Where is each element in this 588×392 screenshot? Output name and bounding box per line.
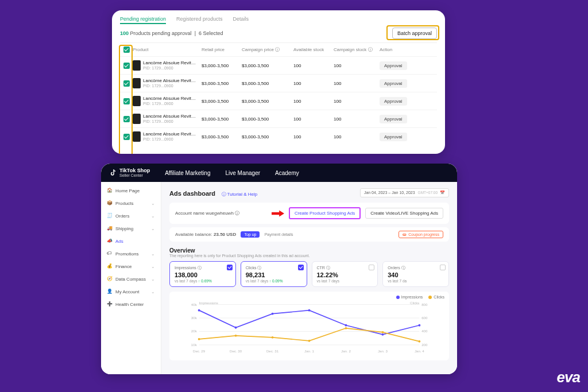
metric-card[interactable]: Clicks ⓘ 98,231 vs last 7 days ↑ 0.09% xyxy=(241,261,307,287)
sidebar-icon: 👤 xyxy=(107,289,113,294)
product-name: Lancôme Absolue Revita... xyxy=(143,78,198,83)
sidebar-item-products[interactable]: 📦Products⌄ xyxy=(105,199,157,207)
campaign-stock: 100 xyxy=(334,63,380,68)
metric-value: 12.22% xyxy=(317,271,373,278)
overview-subtitle: The reporting here is only for Product S… xyxy=(169,254,449,258)
select-all-checkbox[interactable] xyxy=(123,46,130,53)
metric-sub: vs last 7 da xyxy=(388,279,444,283)
svg-point-29 xyxy=(308,340,311,342)
campaign-price: $3,000-3,500 xyxy=(242,134,293,139)
sidebar-item-finance[interactable]: 💰Finance⌄ xyxy=(105,262,157,270)
approval-button[interactable]: Approval xyxy=(380,97,407,106)
tab-details[interactable]: Details xyxy=(233,16,249,24)
svg-text:20k: 20k xyxy=(191,329,198,333)
svg-point-32 xyxy=(419,340,421,343)
product-pid: PID: 1729...0900 xyxy=(143,84,173,88)
approval-button[interactable]: Approval xyxy=(380,133,407,141)
svg-text:Jan. 4: Jan. 4 xyxy=(415,349,424,353)
row-checkbox[interactable] xyxy=(123,116,130,122)
sidebar-item-label: Shipping xyxy=(115,226,133,231)
dashboard-panel: TikTok Shop Seller Center Affiliate Mark… xyxy=(101,164,457,374)
metric-card[interactable]: Impressions ⓘ 138,000 vs last 7 days ↑ 0… xyxy=(169,261,236,287)
tab-registered[interactable]: Registered products xyxy=(176,16,223,24)
chevron-down-icon: ⌄ xyxy=(151,214,155,219)
row-checkbox[interactable] xyxy=(123,98,130,104)
product-cell[interactable]: Lancôme Absolue Revita... PID: 1729...09… xyxy=(133,60,202,71)
sidebar-item-home-page[interactable]: 🏠Home Page xyxy=(105,187,157,195)
create-video-live-ads-button[interactable]: Create Video/LIVE Shopping Ads xyxy=(365,208,443,219)
account-name: Account name wuegwheuwh ⓘ xyxy=(175,210,239,216)
tiktok-icon xyxy=(109,169,117,177)
sidebar-item-data-compass[interactable]: 🧭Data Compass⌄ xyxy=(105,275,157,283)
svg-point-30 xyxy=(345,327,347,329)
metric-checkbox[interactable] xyxy=(369,265,374,270)
brand-line1: TikTok Shop xyxy=(119,168,150,173)
retail-price: $3,000-3,500 xyxy=(202,63,242,68)
sidebar-item-ads[interactable]: 📣Ads xyxy=(105,237,157,245)
balance-value: 23.50 USD xyxy=(214,232,236,237)
product-name: Lancôme Absolue Revita... xyxy=(143,131,198,137)
sidebar-item-label: Ads xyxy=(115,239,123,244)
legend-dot-clicks xyxy=(428,296,432,299)
nav-affiliate[interactable]: Affiliate Marketing xyxy=(165,170,210,176)
legend-impressions: Impressions xyxy=(401,295,423,299)
metric-checkbox[interactable] xyxy=(298,265,304,270)
topup-button[interactable]: Top up xyxy=(241,231,260,238)
pending-info: 100 Products pending approval | 6 Select… xyxy=(120,30,223,36)
legend-dot-impressions xyxy=(396,296,400,299)
product-cell[interactable]: Lancôme Absolue Revita... PID: 1729...09… xyxy=(133,114,202,124)
sidebar-item-my-account[interactable]: 👤My Account⌄ xyxy=(105,288,157,296)
nav-academy[interactable]: Academy xyxy=(275,170,299,176)
sidebar-item-health-center[interactable]: ➕Health Center xyxy=(105,300,157,308)
col-product: Product xyxy=(133,47,202,52)
row-checkbox[interactable] xyxy=(123,80,130,87)
product-cell[interactable]: Lancôme Absolue Revita... PID: 1729...09… xyxy=(133,96,202,106)
metric-checkbox[interactable] xyxy=(227,265,233,270)
sidebar-item-shipping[interactable]: 🚚Shipping⌄ xyxy=(105,224,157,232)
svg-text:600: 600 xyxy=(421,316,428,320)
approval-button[interactable]: Approval xyxy=(380,61,407,70)
row-checkbox[interactable] xyxy=(123,63,130,69)
create-product-shopping-ads-button[interactable]: Create Product Shopping Ads xyxy=(289,207,361,219)
metric-checkbox[interactable] xyxy=(440,265,446,270)
svg-text:200: 200 xyxy=(421,343,428,347)
product-name: Lancôme Absolue Revita... xyxy=(143,60,198,65)
approval-button[interactable]: Approval xyxy=(380,79,407,88)
date-range-picker[interactable]: Jan 04, 2023 – Jan 10, 2023 GMT+07:00 📅 xyxy=(360,188,449,197)
product-pid: PID: 1729...0900 xyxy=(143,119,173,123)
line-chart: 40k80030k60020k40010k200Dec. 29Dec. 30De… xyxy=(174,300,444,355)
sidebar-item-label: Promotions xyxy=(115,251,138,257)
metric-label: CTR ⓘ xyxy=(317,265,373,271)
nav-live[interactable]: Live Manager xyxy=(225,170,260,176)
metric-label: Impressions ⓘ xyxy=(175,265,231,271)
table-row: Lancôme Absolue Revita... PID: 1729...09… xyxy=(120,110,437,127)
available-stock: 100 xyxy=(293,81,334,86)
product-cell[interactable]: Lancôme Absolue Revita... PID: 1729...09… xyxy=(133,131,202,142)
batch-approval-button[interactable]: Batch approval xyxy=(392,28,437,39)
sidebar-icon: 🚚 xyxy=(107,226,113,231)
chart-card: Impressions Clicks 40k80030k60020k40010k… xyxy=(169,292,449,360)
payment-details-link[interactable]: Payment details xyxy=(265,232,293,236)
approval-button[interactable]: Approval xyxy=(380,115,407,123)
metric-card[interactable]: CTR ⓘ 12.22% vs last 7 days xyxy=(312,261,378,287)
product-name: Lancôme Absolue Revita... xyxy=(143,114,198,119)
metric-card[interactable]: Orders ⓘ 340 vs last 7 da xyxy=(382,261,449,287)
sidebar-item-label: Orders xyxy=(115,214,129,219)
dashboard-title: Ads dashboard xyxy=(169,190,215,197)
sidebar-item-label: Home Page xyxy=(115,188,140,193)
sidebar-item-promotions[interactable]: 🏷Promotions⌄ xyxy=(105,250,157,258)
coupon-progress-button[interactable]: 🎟 Coupon progress xyxy=(399,231,443,238)
retail-price: $3,000-3,500 xyxy=(202,81,242,86)
campaign-price: $3,000-3,500 xyxy=(242,63,293,68)
row-checkbox[interactable] xyxy=(123,134,130,140)
tutorial-link[interactable]: ⓘ Tutorial & Help xyxy=(222,192,258,197)
product-thumb xyxy=(133,131,141,142)
retail-price: $3,000-3,500 xyxy=(202,117,242,122)
sidebar-item-orders[interactable]: 🧾Orders⌄ xyxy=(105,212,157,220)
product-cell[interactable]: Lancôme Absolue Revita... PID: 1729...09… xyxy=(133,78,202,88)
svg-point-28 xyxy=(272,336,274,339)
tab-pending[interactable]: Pending registration xyxy=(120,16,166,24)
svg-point-26 xyxy=(198,338,200,340)
pending-row: 100 Products pending approval | 6 Select… xyxy=(120,28,437,39)
campaign-price: $3,000-3,500 xyxy=(242,117,293,122)
